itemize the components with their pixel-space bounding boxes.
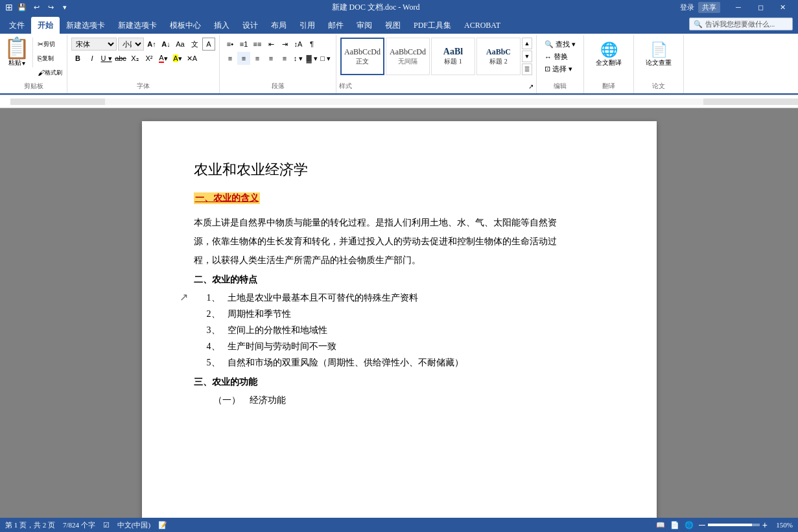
tab-layout[interactable]: 布局 (264, 17, 293, 34)
list-item-5[interactable]: 5、 自然和市场的双重风险（周期性、供给弹性小、不耐储藏） (194, 354, 605, 371)
sort-btn[interactable]: ↕A (292, 38, 305, 51)
redo-quick-btn[interactable]: ↪ (44, 1, 57, 14)
zoom-slider[interactable] (708, 524, 760, 526)
shading-btn[interactable]: ▓ ▾ (305, 52, 318, 65)
style-up-btn[interactable]: ▲ (522, 38, 532, 49)
document-paper: ↗ 农业和农业经济学 一、农业的含义 本质上讲是自然界中物质与能量的转化过程。是… (142, 121, 657, 518)
font-size-select[interactable]: 小四 (118, 38, 144, 51)
tab-insert[interactable]: 插入 (207, 17, 236, 34)
styles-group: AaBbCcDd 正文 AaBbCcDd 无间隔 AaBl 标题 1 AaBbC… (336, 35, 537, 93)
paper-check-btn[interactable]: 📄 论文查重 (643, 39, 674, 70)
ribbon-search[interactable]: 🔍 告诉我您想要做什么... (689, 17, 793, 30)
tab-acrobat[interactable]: ACROBAT (458, 17, 507, 34)
share-btn[interactable]: 共享 (698, 2, 720, 13)
paste-area[interactable]: 📋 粘贴▾ (4, 38, 33, 67)
list-item-4[interactable]: 4、 生产时间与劳动时间不一致 (194, 338, 605, 354)
save-quick-btn[interactable]: 💾 (16, 1, 29, 14)
cut-btn[interactable]: ✂ 剪切 (37, 38, 56, 51)
full-translate-btn[interactable]: 🌐 全文翻译 (593, 39, 624, 70)
tab-pdf[interactable]: PDF工具集 (407, 17, 458, 34)
tab-template[interactable]: 模板中心 (163, 17, 207, 34)
paper-area[interactable]: ↗ 农业和农业经济学 一、农业的含义 本质上讲是自然界中物质与能量的转化过程。是… (0, 108, 798, 518)
view-web-btn[interactable]: 🌐 (685, 521, 694, 529)
tab-view[interactable]: 视图 (379, 17, 407, 34)
distribute-btn[interactable]: ≡ (278, 52, 291, 65)
list-item-3[interactable]: 3、 空间上的分散性和地域性 (194, 322, 605, 338)
styles-expand-btn[interactable]: ↗ (528, 83, 534, 90)
increase-indent-btn[interactable]: ⇥ (278, 38, 291, 51)
heading-nongye-features[interactable]: 二、农业的特点 (194, 274, 257, 284)
qa-arrow[interactable]: ▾ (58, 1, 71, 14)
clear-format-btn[interactable]: ✕A (185, 52, 198, 65)
tab-design[interactable]: 设计 (236, 17, 264, 34)
multilevel-btn[interactable]: ≡≡ (251, 38, 264, 51)
restore-btn[interactable]: ◻ (750, 0, 771, 14)
bullets-btn[interactable]: ≡• (224, 38, 237, 51)
undo-quick-btn[interactable]: ↩ (30, 1, 43, 14)
bold-btn[interactable]: B (71, 52, 84, 65)
grow-font-btn[interactable]: A↑ (145, 38, 158, 51)
tab-references[interactable]: 引用 (293, 17, 322, 34)
text-box-btn[interactable]: A (202, 38, 215, 51)
decrease-indent-btn[interactable]: ⇤ (264, 38, 277, 51)
para-meaning-3[interactable]: 程，以获得人类生活生产所需产品的社会物质生产部门。 (194, 252, 605, 268)
view-normal-btn[interactable]: 📖 (656, 521, 665, 529)
change-case-btn[interactable]: Aa (174, 38, 187, 51)
lang-info[interactable]: 中文(中国) (117, 520, 150, 530)
show-formatting-btn[interactable]: ¶ (305, 38, 318, 51)
font-name-select[interactable]: 宋体 (71, 38, 117, 51)
highlight-btn[interactable]: A ▾ (171, 52, 184, 65)
minimize-btn[interactable]: ─ (728, 0, 749, 14)
align-right-btn[interactable]: ≡ (251, 52, 264, 65)
tab-file[interactable]: 文件 (3, 17, 31, 34)
list-item-1[interactable]: 1、 土地是农业中最基本且不可替代的特殊生产资料 (194, 290, 605, 306)
char-spacing-btn[interactable]: 文 (188, 38, 201, 51)
para-meaning-1[interactable]: 本质上讲是自然界中物质与能量的转化过程。是指人们利用土地、水、气、太阳能等自然资 (194, 214, 605, 231)
login-btn[interactable]: 登录 (680, 3, 694, 12)
align-left-btn[interactable]: ≡ (224, 52, 237, 65)
italic-btn[interactable]: I (86, 52, 99, 65)
paragraph-group: ≡• ≡1 ≡≡ ⇤ ⇥ ↕A ¶ ≡ ≡ ≡ ≡ ≡ ↕ ▾ (220, 35, 336, 93)
superscript-btn[interactable]: X² (143, 52, 156, 65)
justify-btn[interactable]: ≡ (264, 52, 277, 65)
paper-icon: 📄 (650, 41, 668, 58)
strikethrough-btn[interactable]: abc (114, 52, 127, 65)
style-no-spacing[interactable]: AaBbCcDd 无间隔 (386, 38, 430, 75)
list-item-2[interactable]: 2、 周期性和季节性 (194, 306, 605, 322)
style-heading2[interactable]: AaBbC 标题 2 (476, 38, 521, 75)
heading-nongye-meaning[interactable]: 一、农业的含义 (194, 192, 260, 204)
copy-btn[interactable]: ⎘ 复制 (37, 52, 54, 65)
underline-btn[interactable]: U ▾ (100, 52, 113, 65)
subscript-btn[interactable]: X₂ (128, 52, 141, 65)
para-meaning-2[interactable]: 源，依靠生物体的生长发育和转化，并通过投入人的劳动去促进和控制生物体的生命活动过 (194, 233, 605, 249)
zoom-in-btn[interactable]: + (762, 520, 768, 530)
para-function-1[interactable]: （一） 经济功能 (194, 392, 605, 408)
style-down-btn[interactable]: ▼ (522, 51, 532, 62)
tab-new2[interactable]: 新建选项卡 (111, 17, 163, 34)
font-color-btn[interactable]: A ▾ (157, 52, 170, 65)
clipboard-label: 剪贴板 (24, 80, 43, 92)
tab-review[interactable]: 审阅 (350, 17, 379, 34)
zoom-out-btn[interactable]: ─ (699, 520, 705, 530)
find-btn[interactable]: 🔍 查找 ▾ (542, 39, 578, 50)
status-left: 第 1 页，共 2 页 7/824 个字 ☑ 中文(中国) 📝 (5, 520, 167, 530)
style-heading1[interactable]: AaBl 标题 1 (431, 38, 475, 75)
numbering-btn[interactable]: ≡1 (237, 38, 250, 51)
select-btn[interactable]: ⊡ 选择 ▾ (542, 64, 578, 75)
tab-home[interactable]: 开始 (31, 17, 60, 34)
heading-nongye-function[interactable]: 三、农业的功能 (194, 376, 257, 387)
tab-mailings[interactable]: 邮件 (322, 17, 350, 34)
close-btn[interactable]: ✕ (772, 0, 793, 14)
view-print-btn[interactable]: 📄 (670, 521, 679, 529)
style-normal[interactable]: AaBbCcDd 正文 (340, 38, 384, 75)
style-more-btn[interactable]: ☰ (522, 64, 532, 75)
zoom-level[interactable]: 150% (770, 521, 793, 529)
border-btn[interactable]: □ ▾ (319, 52, 332, 65)
paragraph-label: 段落 (272, 80, 285, 92)
format-painter-btn[interactable]: 🖌 格式刷 (37, 66, 63, 79)
tab-new1[interactable]: 新建选项卡 (60, 17, 111, 34)
shrink-font-btn[interactable]: A↓ (159, 38, 172, 51)
align-center-btn[interactable]: ≡ (237, 52, 250, 65)
replace-btn[interactable]: ↔ 替换 (542, 51, 578, 62)
line-spacing-btn[interactable]: ↕ ▾ (292, 52, 305, 65)
